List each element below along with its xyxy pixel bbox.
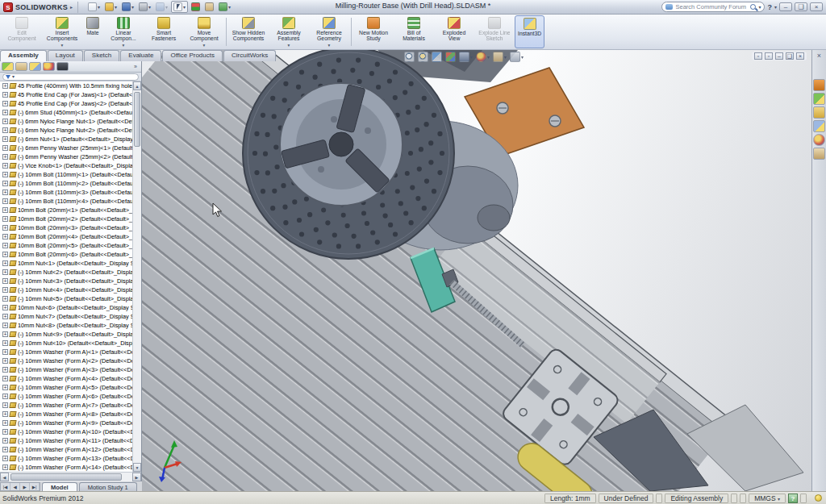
expand-icon[interactable]: + xyxy=(2,92,8,98)
tree-item[interactable]: +(-) 10mm Bolt (110mm)<3> (Default<<Defa… xyxy=(0,188,132,197)
nav-last-icon[interactable]: ▶| xyxy=(30,483,40,490)
expand-icon[interactable]: + xyxy=(2,136,8,142)
graphics-viewport[interactable]: ▾▾▾▾ ▫ ▫ – ❑ × xyxy=(142,50,811,491)
doc-close-button[interactable]: × xyxy=(796,52,804,60)
dropdown-chevron-icon[interactable]: ▾ xyxy=(61,43,64,48)
expand-icon[interactable]: + xyxy=(2,331,8,337)
tree-item[interactable]: +(-) 10mm Nut<3> (Default<<Default>_Disp… xyxy=(0,277,132,285)
dropdown-chevron-icon[interactable]: ▾ xyxy=(504,55,507,60)
tree-item[interactable]: +(-) 10mm Bolt (110mm)<4> (Default<<Defa… xyxy=(0,197,132,206)
tree-horizontal-scrollbar[interactable]: ◀ ▶ xyxy=(0,472,141,481)
dropdown-chevron-icon[interactable]: ▾ xyxy=(487,55,490,60)
reference-geometry-button[interactable]: Reference Geometry▾ xyxy=(309,15,349,48)
pane-toggle-left-icon[interactable]: ▫ xyxy=(754,52,762,60)
design-library-icon[interactable] xyxy=(813,106,825,119)
minimize-button[interactable]: – xyxy=(779,2,792,11)
expand-icon[interactable]: + xyxy=(2,243,8,248)
task-pane-close-icon[interactable]: × xyxy=(817,52,821,60)
expand-icon[interactable]: + xyxy=(2,207,8,213)
open-button[interactable]: ▾ xyxy=(103,2,119,12)
tab-office-products[interactable]: Office Products xyxy=(162,50,223,61)
expand-icon[interactable]: + xyxy=(2,252,8,257)
dimxpertmanager-icon[interactable] xyxy=(56,62,69,71)
tree-item[interactable]: +(-) 6mm Stud (450mm)<1> (Default<<Defau… xyxy=(0,108,132,117)
tree-item[interactable]: +10mm Bolt (20mm)<4> (Default<<Default>_… xyxy=(0,232,132,241)
tree-item[interactable]: +10mm Bolt (20mm)<5> (Default<<Default>_… xyxy=(0,241,132,250)
dropdown-chevron-icon[interactable]: ▾ xyxy=(521,55,524,60)
tree-item[interactable]: +(-) 6mm Nyloc Flange Nut<1> (Default<<D… xyxy=(0,117,132,126)
vertical-scroll-thumb[interactable] xyxy=(134,92,140,147)
dropdown-chevron-icon[interactable]: ▾ xyxy=(123,43,125,48)
rebuild-button[interactable] xyxy=(190,2,202,12)
tree-item[interactable]: +(-) Vice Knob<1> (Default<<Default>_Dis… xyxy=(0,161,132,170)
help-icon[interactable]: ? xyxy=(767,3,772,11)
expand-icon[interactable]: + xyxy=(2,234,8,240)
pane-toggle-right-icon[interactable]: ▫ xyxy=(765,52,773,60)
mate-button[interactable]: Mate xyxy=(82,15,103,48)
expand-icon[interactable]: + xyxy=(2,260,8,266)
expand-icon[interactable]: + xyxy=(2,110,8,115)
tree-item[interactable]: +(-) 10mm Nut<10> (Default<<Default>_Dis… xyxy=(0,339,132,348)
quick-tip-icon[interactable] xyxy=(815,494,822,502)
expand-icon[interactable]: + xyxy=(2,385,8,390)
tree-item[interactable]: +(-) 10mm Nut<9> (Default<<Default>_Disp… xyxy=(0,330,132,339)
tree-item[interactable]: +(-) 10mm Nut<5> (Default<<Default>_Disp… xyxy=(0,294,132,303)
tree-item[interactable]: +(-) 10mm Washer (Form A)<2> (Default<<D… xyxy=(0,356,132,365)
tree-item[interactable]: +(-) 10mm Washer (Form A)<4> (Default<<D… xyxy=(0,374,132,383)
expand-icon[interactable]: + xyxy=(2,429,8,435)
expand-icon[interactable]: + xyxy=(2,145,8,151)
tree-item[interactable]: +45 Profile End Cap (For Jaws)<2> (Defau… xyxy=(0,99,132,108)
new-doc-button[interactable]: ▾ xyxy=(86,2,102,12)
new-motion-study-button[interactable]: New Motion Study xyxy=(353,15,394,48)
expand-icon[interactable]: + xyxy=(2,269,8,275)
tree-item[interactable]: +(-) 10mm Washer (Form A)<6> (Default<<D… xyxy=(0,392,132,401)
tree-item[interactable]: +(-) 10mm Washer (Form A)<7> (Default<<D… xyxy=(0,401,132,410)
tree-item[interactable]: +(-) 6mm Penny Washer (25mm)<1> (Default… xyxy=(0,144,132,152)
expand-icon[interactable]: + xyxy=(2,216,8,222)
tree-item[interactable]: +(-) 10mm Washer (Form A)<3> (Default<<D… xyxy=(0,365,132,374)
apply-scene-button[interactable]: ▾ xyxy=(476,52,490,62)
display-style-button[interactable]: ▾ xyxy=(459,52,473,62)
tab-evaluate[interactable]: Evaluate xyxy=(120,50,161,61)
tree-item[interactable]: +(-) 10mm Bolt (110mm)<1> (Default<<Defa… xyxy=(0,170,132,179)
tree-item[interactable]: +(-) 6mm Penny Washer (25mm)<2> (Default… xyxy=(0,152,132,161)
expand-icon[interactable]: + xyxy=(2,83,8,89)
print-button[interactable]: ▾ xyxy=(137,2,152,12)
dropdown-chevron-icon[interactable]: ▾ xyxy=(165,5,168,10)
tree-item[interactable]: +(-) 10mm Washer (Form A)<1> (Default<<D… xyxy=(0,348,132,356)
view-settings-button[interactable]: ▾ xyxy=(493,52,507,62)
zoom-area-button[interactable] xyxy=(418,52,428,62)
show-hidden-button[interactable]: Show Hidden Components xyxy=(228,15,269,48)
dropdown-chevron-icon[interactable]: ▾ xyxy=(115,5,117,10)
expand-icon[interactable]: + xyxy=(2,447,8,452)
smart-fasteners-button[interactable]: Smart Fasteners xyxy=(144,15,184,48)
nav-first-icon[interactable]: |◀ xyxy=(1,483,10,490)
tab-layout[interactable]: Layout xyxy=(48,50,83,61)
options-button[interactable] xyxy=(203,2,215,12)
tree-filter-input[interactable]: ▾ xyxy=(2,73,139,81)
dropdown-chevron-icon[interactable]: ▾ xyxy=(131,5,134,10)
tree-item[interactable]: +(-) 10mm Washer (Form A)<13> (Default<<… xyxy=(0,454,132,463)
file-explorer-icon[interactable] xyxy=(813,120,825,132)
resources-icon[interactable] xyxy=(813,93,825,105)
home-icon[interactable] xyxy=(813,79,825,91)
tab-model[interactable]: Model xyxy=(42,482,77,491)
expand-icon[interactable]: + xyxy=(2,198,8,204)
tree-item[interactable]: +(-) 10mm Nut<4> (Default<<Default>_Disp… xyxy=(0,285,132,294)
file-window-button[interactable]: ▾ xyxy=(217,2,232,12)
tree-item[interactable]: +10mm Nut<1> (Default<<Default>_Display … xyxy=(0,259,132,268)
linear-component-button[interactable]: Linear Compon...▾ xyxy=(103,15,144,48)
tree-item[interactable]: +10mm Nut<7> (Default<<Default>_Display … xyxy=(0,312,132,321)
close-button[interactable]: × xyxy=(810,2,823,11)
tree-item[interactable]: +(-) 6mm Nyloc Flange Nut<2> (Default<<D… xyxy=(0,126,132,135)
filter-chevron-icon[interactable]: ▾ xyxy=(12,74,15,79)
restore-button[interactable]: ❑ xyxy=(795,2,807,11)
section-view-button[interactable] xyxy=(432,52,442,62)
expand-icon[interactable]: + xyxy=(2,278,8,284)
tree-item[interactable]: +10mm Bolt (20mm)<2> (Default<<Default>_… xyxy=(0,215,132,223)
view-orientation-button[interactable] xyxy=(445,52,456,62)
camera-button[interactable]: ▾ xyxy=(510,52,524,62)
tree-item[interactable]: +10mm Bolt (20mm)<3> (Default<<Default>_… xyxy=(0,223,132,232)
expand-icon[interactable]: + xyxy=(2,367,8,373)
undo-button[interactable]: ▾ xyxy=(154,2,169,12)
